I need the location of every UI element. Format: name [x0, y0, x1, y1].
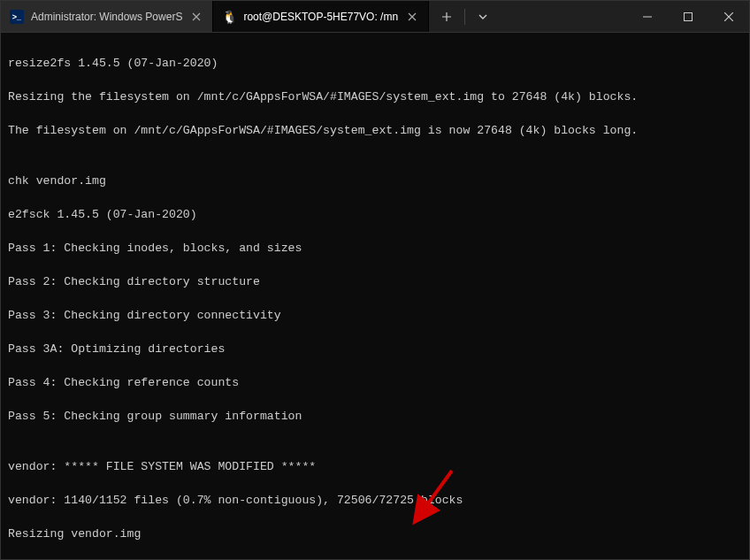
terminal-line: Pass 4: Checking reference counts	[8, 374, 742, 391]
terminal-line: Pass 1: Checking inodes, blocks, and siz…	[8, 240, 742, 257]
terminal-line: Resizing the filesystem on /mnt/c/GAppsF…	[8, 88, 742, 105]
terminal-line: e2fsck 1.45.5 (07-Jan-2020)	[8, 206, 742, 223]
terminal-line: The filesystem on /mnt/c/GAppsForWSA/#IM…	[8, 122, 742, 139]
new-tab-button[interactable]	[429, 1, 464, 33]
terminal-line: Pass 5: Checking group summary informati…	[8, 408, 742, 425]
close-window-button[interactable]	[708, 1, 749, 33]
powershell-icon: >_	[10, 10, 24, 24]
minimize-button[interactable]	[627, 1, 668, 33]
tab-actions	[429, 1, 501, 32]
terminal-line: vendor: ***** FILE SYSTEM WAS MODIFIED *…	[8, 458, 742, 475]
close-tab-button[interactable]	[405, 10, 419, 24]
terminal-line: Resizing vendor.img	[8, 525, 742, 542]
terminal-line: Pass 2: Checking directory structure	[8, 273, 742, 290]
tux-icon: 🐧	[222, 10, 236, 24]
window-controls	[627, 1, 749, 32]
terminal-line: vendor: 1140/1152 files (0.7% non-contig…	[8, 492, 742, 509]
tab-title: root@DESKTOP-5HE77VO: /mn	[243, 11, 398, 23]
close-tab-button[interactable]	[189, 10, 203, 24]
tab-powershell[interactable]: >_ Administrator: Windows PowerS	[1, 1, 213, 32]
titlebar: >_ Administrator: Windows PowerS 🐧 root@…	[1, 1, 749, 33]
svg-rect-0	[685, 13, 693, 21]
terminal-line: chk vendor.img	[8, 173, 742, 189]
tab-linux[interactable]: 🐧 root@DESKTOP-5HE77VO: /mn	[213, 1, 429, 32]
tab-strip: >_ Administrator: Windows PowerS 🐧 root@…	[1, 1, 627, 32]
maximize-button[interactable]	[668, 1, 708, 33]
tab-title: Administrator: Windows PowerS	[31, 11, 182, 23]
terminal-line: Pass 3: Checking directory connectivity	[8, 307, 742, 324]
terminal-output[interactable]: resize2fs 1.45.5 (07-Jan-2020) Resizing …	[1, 33, 749, 559]
terminal-line: Pass 3A: Optimizing directories	[8, 341, 742, 357]
terminal-line: resize2fs 1.45.5 (07-Jan-2020)	[8, 55, 742, 72]
tab-dropdown-button[interactable]	[465, 1, 501, 33]
